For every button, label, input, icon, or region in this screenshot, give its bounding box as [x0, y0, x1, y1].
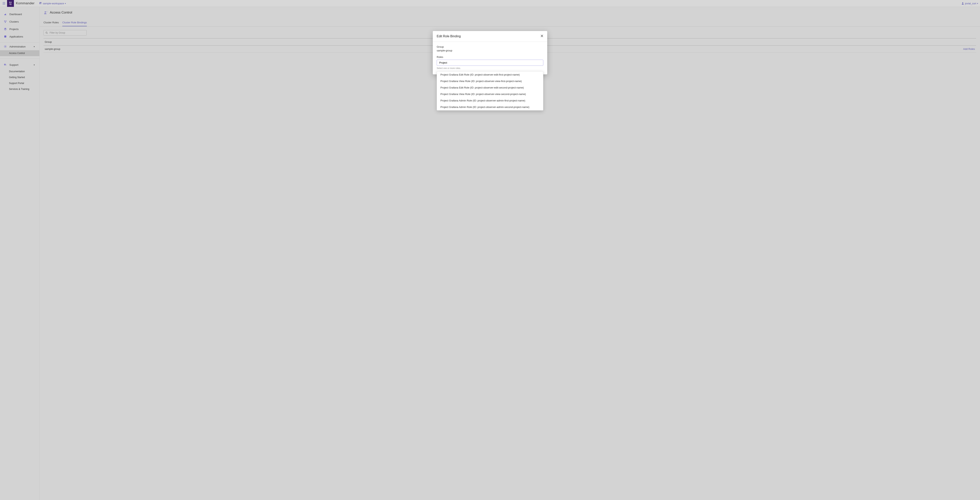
workspace-picker[interactable]: sample-workspace ▾ — [39, 2, 66, 5]
search-icon — [46, 32, 48, 34]
chevron-down-icon: ▾ — [34, 46, 35, 48]
sidebar-item-support[interactable]: Support ▾ — [0, 61, 40, 69]
role-option[interactable]: Project Grafana Admin Role (ID: project-… — [437, 104, 543, 110]
sidebar-item-label: Applications — [10, 35, 23, 38]
svg-rect-2 — [40, 3, 41, 4]
access-control-icon — [43, 10, 48, 15]
svg-point-10 — [45, 11, 46, 13]
user-menu[interactable]: jovial_cori ▾ — [961, 2, 978, 5]
workspace-label: sample-workspace — [43, 2, 64, 5]
chevron-down-icon: ▾ — [65, 2, 66, 5]
chevron-down-icon: ▾ — [977, 2, 978, 5]
sidebar-item-applications[interactable]: Applications — [0, 33, 40, 40]
projects-icon — [3, 27, 7, 31]
close-icon[interactable] — [541, 35, 543, 38]
add-roles-link[interactable]: Add Roles — [963, 48, 975, 50]
col-action — [953, 38, 976, 46]
sidebar-item-label: Clusters — [10, 20, 19, 23]
role-option[interactable]: Project Grafana View Role (ID: project-o… — [437, 78, 543, 85]
role-option[interactable]: Project Grafana View Role (ID: project-o… — [437, 91, 543, 97]
filter-input[interactable] — [43, 30, 87, 35]
hamburger-menu-icon[interactable] — [2, 2, 6, 5]
edit-role-binding-modal: Edit Role Binding Group sample-group Rol… — [433, 31, 547, 74]
sidebar-sub-services-and-training[interactable]: Services & Training — [0, 86, 40, 92]
clusters-icon — [3, 20, 7, 23]
brand-name: Kommander — [16, 2, 35, 5]
group-value: sample-group — [437, 49, 543, 52]
support-icon — [3, 63, 7, 67]
username: jovial_cori — [965, 2, 976, 5]
user-icon — [961, 2, 964, 5]
dashboard-icon — [3, 12, 7, 16]
role-option[interactable]: Project Grafana Edit Role (ID: project-o… — [437, 72, 543, 78]
applications-icon — [3, 35, 7, 38]
logo-text-bottom: IQ — [10, 3, 12, 5]
roles-input[interactable] — [437, 60, 543, 66]
sidebar-item-label: Dashboard — [10, 13, 22, 16]
tab-cluster-roles[interactable]: Cluster Roles — [43, 19, 59, 26]
sidebar-item-label: Projects — [10, 28, 19, 30]
sidebar-item-label: Administration — [10, 45, 25, 48]
svg-rect-1 — [40, 2, 41, 3]
svg-point-3 — [963, 2, 963, 3]
roles-label: Roles — [437, 56, 543, 59]
roles-dropdown: Project Grafana Edit Role (ID: project-o… — [437, 71, 543, 110]
svg-point-11 — [46, 11, 47, 12]
gear-icon — [3, 45, 7, 48]
sidebar: DashboardClustersProjectsApplications Ad… — [0, 7, 40, 500]
sidebar-sub-getting-started[interactable]: Getting Started — [0, 74, 40, 80]
sidebar-item-projects[interactable]: Projects — [0, 25, 40, 33]
brand-logo: D2 IQ — [7, 0, 14, 7]
svg-point-12 — [46, 32, 47, 34]
chevron-down-icon: ▾ — [34, 64, 35, 66]
sidebar-item-dashboard[interactable]: Dashboard — [0, 10, 40, 18]
role-option[interactable]: Project Grafana Edit Role (ID: project-o… — [437, 85, 543, 91]
group-label: Group — [437, 45, 543, 48]
sidebar-item-label: Support — [10, 63, 18, 66]
modal-title: Edit Role Binding — [437, 35, 461, 38]
sidebar-sub-support-portal[interactable]: Support Portal — [0, 80, 40, 86]
svg-rect-0 — [40, 2, 40, 4]
workspace-icon — [39, 2, 41, 5]
page-title: Access Control — [50, 11, 72, 14]
role-option[interactable]: Project Grafana Admin Role (ID: project-… — [437, 97, 543, 104]
svg-point-8 — [5, 46, 6, 47]
tab-cluster-role-bindings[interactable]: Cluster Role Bindings — [62, 19, 87, 26]
svg-rect-9 — [4, 64, 6, 65]
sidebar-item-clusters[interactable]: Clusters — [0, 18, 40, 25]
roles-hint: Select one or more roles. — [437, 67, 543, 69]
svg-rect-7 — [4, 35, 6, 37]
sidebar-item-administration[interactable]: Administration ▾ — [0, 43, 40, 50]
topbar: D2 IQ Kommander sample-workspace ▾ jovia… — [0, 0, 980, 7]
sidebar-sub-access-control[interactable]: Access Control — [0, 50, 40, 56]
sidebar-sub-documentation[interactable]: Documentation — [0, 69, 40, 74]
